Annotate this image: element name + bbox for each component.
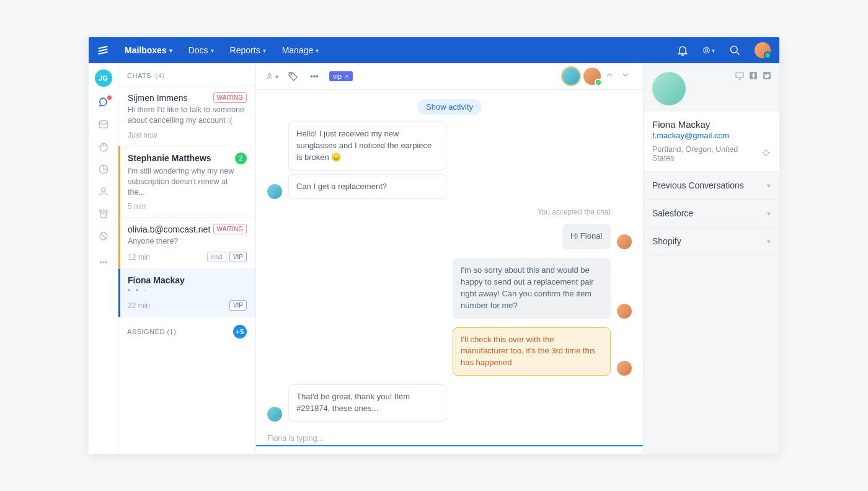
message-thread[interactable]: Show activity Hello! I just received my … (256, 90, 643, 430)
facebook-icon[interactable] (748, 71, 758, 82)
conv-name: olivia.b@comcast.net (128, 224, 210, 234)
current-user-avatar[interactable] (755, 42, 771, 58)
conv-snippet: Anyone there? (128, 236, 247, 247)
svg-point-13 (316, 76, 317, 77)
vip-tag-chip[interactable]: vip× (329, 71, 353, 81)
blocked-rail-icon[interactable] (97, 229, 110, 243)
svg-point-11 (311, 76, 312, 77)
brand-logo[interactable] (97, 45, 108, 56)
inbox-rail-icon[interactable] (97, 118, 110, 131)
conv-snippet: I'm still wondering why my new subscript… (128, 166, 247, 198)
customer-avatar (267, 407, 282, 422)
conversation-item[interactable]: Sijmen Immens WAITING Hi there I'd like … (118, 86, 255, 146)
person-rail-icon[interactable] (97, 185, 110, 198)
next-conversation-icon[interactable] (621, 70, 633, 82)
conv-time: 12 min (128, 253, 150, 262)
chevron-down-icon: ▾ (169, 47, 172, 54)
panel-section-salesforce[interactable]: Salesforce▾ (644, 200, 779, 228)
search-icon[interactable] (728, 44, 741, 56)
workspace-avatar[interactable]: JG (95, 69, 112, 87)
archive-rail-icon[interactable] (97, 207, 110, 221)
conversation-pane: ▾ vip× ✓ Show activity (256, 63, 643, 454)
note-bubble: I'll check this over with the manufactur… (453, 327, 611, 376)
svg-point-7 (102, 262, 104, 263)
assigned-more-badge[interactable]: +5 (233, 325, 247, 338)
message-bubble: Can I get a replacement? (288, 174, 446, 200)
twitter-icon[interactable] (762, 71, 772, 82)
hand-rail-icon[interactable] (97, 140, 110, 154)
vip-pill: VIP (229, 252, 247, 262)
prev-conversation-icon[interactable] (604, 70, 617, 82)
assignee-icon[interactable]: ▾ (266, 70, 278, 82)
unread-badge: 2 (235, 153, 247, 164)
customer-large-avatar[interactable] (652, 72, 686, 105)
agent-avatar (617, 361, 632, 376)
nav-right: ▾ (676, 42, 771, 58)
conversation-item[interactable]: olivia.b@comcast.net WAITING Anyone ther… (118, 217, 255, 268)
notification-dot (107, 95, 112, 100)
customer-name: Fiona Mackay (652, 119, 771, 130)
svg-point-10 (291, 74, 292, 75)
chevron-down-icon: ▾ (211, 47, 214, 54)
close-icon[interactable]: × (345, 73, 348, 80)
chevron-down-icon: ▾ (767, 210, 771, 218)
vip-tag-label: vip (333, 73, 342, 80)
section-label: Salesforce (652, 208, 693, 218)
svg-point-6 (100, 262, 101, 263)
lifebuoy-icon[interactable]: ▾ (702, 44, 715, 56)
icon-rail: JG (89, 63, 118, 454)
chevron-down-icon: ▾ (275, 73, 278, 80)
nav-manage[interactable]: Manage▾ (282, 45, 319, 55)
chat-rail-icon[interactable] (97, 95, 110, 109)
customer-card: Fiona Mackay f.mackay@gmail.com Portland… (644, 112, 779, 172)
nav-mailboxes-label: Mailboxes (125, 45, 167, 55)
customer-location: Portland, Oregon, United States (652, 145, 761, 162)
svg-point-17 (764, 151, 769, 156)
bell-icon[interactable] (676, 44, 689, 56)
typing-indicator-icon: • • · (128, 285, 247, 295)
nav-mailboxes[interactable]: Mailboxes▾ (125, 45, 172, 55)
tag-icon[interactable] (287, 70, 299, 82)
conv-time: 22 min (128, 301, 150, 310)
participant-avatar[interactable] (562, 68, 580, 85)
chat-list: CHATS (4) Sijmen Immens WAITING Hi there… (118, 63, 256, 454)
panel-section-previous[interactable]: Previous Conversations▾ (644, 172, 779, 200)
chats-label: CHATS (127, 72, 151, 79)
chart-rail-icon[interactable] (97, 162, 110, 176)
typing-indicator: Fiona is typing... (256, 430, 643, 445)
conversation-item-active[interactable]: Fiona Mackay • • · 22 min VIP (118, 268, 255, 317)
customer-panel: Fiona Mackay f.mackay@gmail.com Portland… (643, 63, 779, 454)
chevron-down-icon: ▾ (767, 182, 771, 190)
monitor-icon[interactable] (735, 71, 745, 82)
vip-pill: VIP (229, 300, 247, 311)
message-bubble: That'd be great, thank you! Item #291874… (288, 384, 446, 422)
customer-email[interactable]: f.mackay@gmail.com (652, 131, 771, 140)
waiting-pill: WAITING (213, 224, 247, 234)
assigned-header[interactable]: ASSIGNED (1) +5 (118, 317, 255, 346)
panel-section-shopify[interactable]: Shopify▾ (644, 228, 779, 255)
conv-name: Sijmen Immens (128, 93, 187, 103)
lead-pill: lead (207, 252, 226, 262)
chevron-down-icon: ▾ (767, 237, 771, 246)
conv-name: Stephanie Matthews (128, 153, 211, 163)
top-nav: Mailboxes▾ Docs▾ Reports▾ Manage▾ ▾ (89, 37, 779, 63)
check-icon: ✓ (595, 79, 602, 86)
location-target-icon[interactable] (761, 148, 771, 159)
nav-reports[interactable]: Reports▾ (230, 45, 266, 55)
show-activity-button[interactable]: Show activity (267, 102, 632, 112)
message-bubble: I'm so sorry about this and would be hap… (453, 258, 611, 318)
svg-point-1 (705, 49, 707, 51)
more-rail-icon[interactable] (97, 255, 110, 269)
nav-reports-label: Reports (230, 45, 260, 55)
svg-point-2 (730, 46, 737, 53)
customer-avatar (267, 184, 282, 199)
conversation-item[interactable]: Stephanie Matthews 2 I'm still wondering… (118, 146, 255, 218)
chevron-down-icon: ▾ (316, 47, 319, 54)
system-line: You accepted the chat (267, 208, 632, 216)
nav-docs[interactable]: Docs▾ (188, 45, 214, 55)
waiting-pill: WAITING (213, 92, 247, 103)
more-icon[interactable] (308, 70, 321, 82)
participant-avatar[interactable]: ✓ (583, 68, 601, 85)
conv-time: Just now (128, 131, 157, 139)
conversation-toolbar: ▾ vip× ✓ (256, 63, 643, 90)
